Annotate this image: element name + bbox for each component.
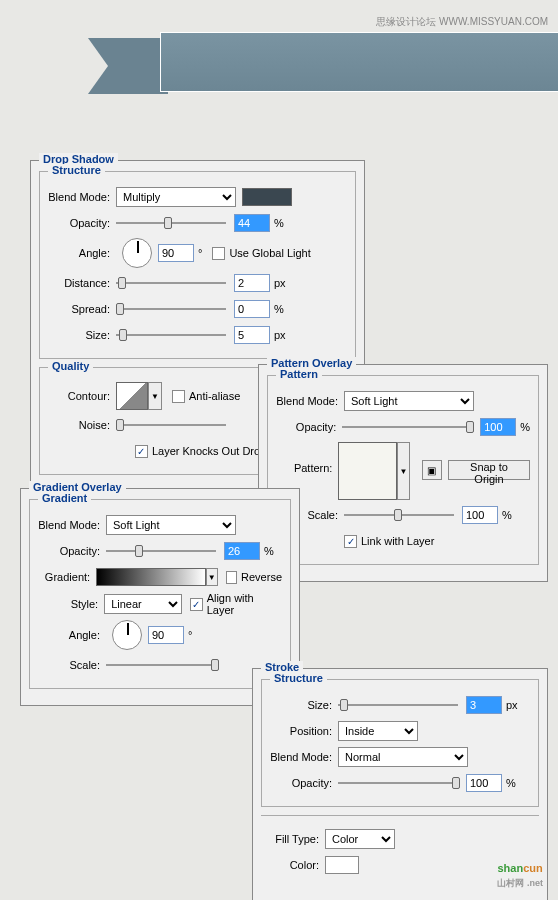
- size-slider[interactable]: [338, 696, 458, 714]
- scale-input[interactable]: [462, 506, 498, 524]
- unit: px: [506, 699, 518, 711]
- noise-slider[interactable]: [116, 416, 226, 434]
- angle-dial[interactable]: [122, 238, 152, 268]
- gradient-picker[interactable]: [96, 568, 206, 586]
- layer-knocks-label: Layer Knocks Out Dro: [152, 445, 260, 457]
- angle-label: Angle:: [48, 247, 116, 259]
- contour-dropdown-icon[interactable]: ▼: [148, 382, 162, 410]
- pattern-label: Pattern:: [276, 442, 338, 474]
- reverse-label: Reverse: [241, 571, 282, 583]
- logo: shancun 山村网 .net: [497, 854, 543, 890]
- blend-mode-select[interactable]: Soft Light: [106, 515, 236, 535]
- scale-slider[interactable]: [344, 506, 454, 524]
- opacity-slider[interactable]: [116, 214, 226, 232]
- noise-label: Noise:: [48, 419, 116, 431]
- scale-slider[interactable]: [106, 656, 216, 674]
- opacity-label: Opacity:: [48, 217, 116, 229]
- gradient-group: Gradient Blend Mode: Soft Light Opacity:…: [29, 499, 291, 689]
- snap-origin-button[interactable]: Snap to Origin: [448, 460, 530, 480]
- size-input[interactable]: [234, 326, 270, 344]
- unit: %: [264, 545, 274, 557]
- spread-input[interactable]: [234, 300, 270, 318]
- unit: px: [274, 329, 286, 341]
- color-label: Color:: [269, 859, 325, 871]
- angle-dial[interactable]: [112, 620, 142, 650]
- angle-input[interactable]: [148, 626, 184, 644]
- gradient-dropdown-icon[interactable]: ▼: [206, 568, 218, 586]
- fill-type-select[interactable]: Color: [325, 829, 395, 849]
- opacity-label: Opacity:: [276, 421, 342, 433]
- shadow-color-swatch[interactable]: [242, 188, 292, 206]
- style-select[interactable]: Linear: [104, 594, 182, 614]
- style-label: Style:: [38, 598, 104, 610]
- position-select[interactable]: Inside: [338, 721, 418, 741]
- angle-input[interactable]: [158, 244, 194, 262]
- position-label: Position:: [270, 725, 338, 737]
- contour-label: Contour:: [48, 390, 116, 402]
- new-pattern-icon[interactable]: ▣: [422, 460, 442, 480]
- size-label: Size:: [48, 329, 116, 341]
- reverse-checkbox[interactable]: [226, 571, 237, 584]
- angle-label: Angle:: [38, 629, 106, 641]
- link-layer-label: Link with Layer: [361, 535, 434, 547]
- opacity-slider[interactable]: [338, 774, 458, 792]
- unit: px: [274, 277, 286, 289]
- opacity-label: Opacity:: [38, 545, 106, 557]
- group-title: Pattern: [276, 368, 322, 380]
- layer-knocks-checkbox[interactable]: [135, 445, 148, 458]
- blend-mode-label: Blend Mode:: [38, 519, 106, 531]
- ribbon-banner: [160, 32, 558, 92]
- unit: °: [198, 247, 202, 259]
- stroke-color-swatch[interactable]: [325, 856, 359, 874]
- size-input[interactable]: [466, 696, 502, 714]
- gradient-label: Gradient:: [38, 571, 96, 583]
- link-layer-checkbox[interactable]: [344, 535, 357, 548]
- distance-slider[interactable]: [116, 274, 226, 292]
- align-checkbox[interactable]: [190, 598, 203, 611]
- opacity-slider[interactable]: [342, 418, 472, 436]
- size-slider[interactable]: [116, 326, 226, 344]
- distance-input[interactable]: [234, 274, 270, 292]
- group-title: Gradient: [38, 492, 91, 504]
- group-title: Structure: [270, 672, 327, 684]
- group-title: Quality: [48, 360, 93, 372]
- blend-mode-select[interactable]: Soft Light: [344, 391, 474, 411]
- size-label: Size:: [270, 699, 338, 711]
- opacity-label: Opacity:: [270, 777, 338, 789]
- pattern-picker[interactable]: [338, 442, 396, 500]
- opacity-slider[interactable]: [106, 542, 216, 560]
- unit: %: [506, 777, 516, 789]
- ribbon-tail: [108, 38, 168, 94]
- unit: %: [274, 217, 284, 229]
- blend-mode-label: Blend Mode:: [270, 751, 338, 763]
- unit: °: [188, 629, 192, 641]
- unit: %: [502, 509, 512, 521]
- spread-slider[interactable]: [116, 300, 226, 318]
- pattern-group: Pattern Blend Mode: Soft Light Opacity: …: [267, 375, 539, 565]
- spread-label: Spread:: [48, 303, 116, 315]
- pattern-dropdown-icon[interactable]: ▼: [397, 442, 410, 500]
- unit: %: [520, 421, 530, 433]
- global-light-checkbox[interactable]: [212, 247, 225, 260]
- global-light-label: Use Global Light: [229, 247, 310, 259]
- contour-picker[interactable]: [116, 382, 148, 410]
- antialias-checkbox[interactable]: [172, 390, 185, 403]
- antialias-label: Anti-aliase: [189, 390, 240, 402]
- align-label: Align with Layer: [207, 592, 282, 616]
- blend-mode-label: Blend Mode:: [276, 395, 344, 407]
- pattern-overlay-panel: Pattern Overlay Pattern Blend Mode: Soft…: [258, 364, 548, 582]
- blend-mode-label: Blend Mode:: [48, 191, 116, 203]
- scale-label: Scale:: [38, 659, 106, 671]
- opacity-input[interactable]: [234, 214, 270, 232]
- distance-label: Distance:: [48, 277, 116, 289]
- fill-type-label: Fill Type:: [269, 833, 325, 845]
- blend-mode-select[interactable]: Multiply: [116, 187, 236, 207]
- structure-group: Structure Size: px Position: Inside Blen…: [261, 679, 539, 807]
- opacity-input[interactable]: [466, 774, 502, 792]
- group-title: Structure: [48, 164, 105, 176]
- opacity-input[interactable]: [480, 418, 516, 436]
- structure-group: Structure Blend Mode: Multiply Opacity: …: [39, 171, 356, 359]
- blend-mode-select[interactable]: Normal: [338, 747, 468, 767]
- watermark-text: 思缘设计论坛 WWW.MISSYUAN.COM: [376, 15, 548, 29]
- opacity-input[interactable]: [224, 542, 260, 560]
